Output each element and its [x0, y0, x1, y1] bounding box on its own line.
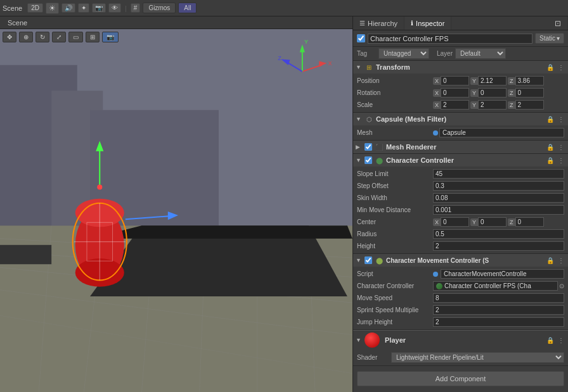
mesh-renderer-lock-btn[interactable]: 🔒 — [545, 144, 555, 151]
transform-lock-btn[interactable]: 🔒 — [545, 64, 555, 71]
camera-btn[interactable]: 📷 — [102, 32, 119, 42]
fx-toggle[interactable]: ✦ — [78, 3, 89, 13]
rot-x-label: X — [433, 89, 441, 97]
move-speed-label: Move Speed — [357, 294, 433, 301]
collapse-inspector[interactable]: ⊡ — [548, 16, 568, 30]
jump-height-input[interactable] — [433, 317, 564, 327]
move-tool[interactable]: ⊕ — [19, 32, 33, 42]
pos-y-input[interactable] — [478, 76, 507, 85]
gizmos-button[interactable]: Gizmos — [143, 3, 176, 13]
grid-toggle[interactable]: # — [131, 3, 141, 13]
pos-x-input[interactable] — [441, 76, 469, 85]
tag-layer-row: Tag Untagged Layer Default — [353, 47, 568, 61]
scene-view[interactable]: Scene — [0, 16, 352, 392]
tag-select[interactable]: Untagged — [378, 48, 429, 59]
cc-header[interactable]: ▼ ⬤ Character Controller 🔒 ⋮ — [353, 154, 568, 167]
scene-canvas[interactable]: X Y Z ✥ ⊕ ↻ ⤢ ▭ ⊞ 📷 — [0, 29, 352, 392]
player-more-btn[interactable]: ⋮ — [557, 337, 565, 344]
mesh-filter-header[interactable]: ▼ ⬡ Capsule (Mesh Filter) 🔒 ⋮ — [353, 113, 568, 125]
hidden-toggle[interactable]: 👁 — [108, 3, 121, 13]
cmc-more-btn[interactable]: ⋮ — [557, 257, 565, 264]
cc-ref-close[interactable]: ⊙ — [559, 282, 564, 289]
skin-width-input[interactable] — [433, 193, 564, 203]
scene-camera-toggle[interactable]: 📷 — [92, 3, 106, 13]
sprint-multiplier-input[interactable] — [433, 305, 564, 315]
cmc-lock-btn[interactable]: 🔒 — [545, 257, 555, 264]
height-input[interactable] — [433, 241, 564, 251]
height-row: Height — [353, 240, 568, 252]
layer-select[interactable]: Default — [455, 48, 506, 59]
center-y-label: Y — [470, 218, 478, 226]
scene-svg: X Y Z — [0, 29, 352, 392]
mesh-filter-more-btn[interactable]: ⋮ — [557, 116, 565, 123]
mesh-filter-arrow: ▼ — [356, 116, 362, 122]
inspector-body: Static ▾ Tag Untagged Layer Default ▼ — [353, 30, 568, 392]
mesh-value: Capsule — [433, 128, 564, 137]
scale-x-label: X — [433, 101, 441, 109]
min-move-row: Min Move Distance — [353, 204, 568, 216]
script-value: CharacterMovementControlle — [433, 269, 564, 279]
mesh-renderer-header[interactable]: ▶ ⬛ Mesh Renderer 🔒 ⋮ — [353, 141, 568, 153]
cmc-checkbox[interactable] — [365, 256, 372, 264]
cc-checkbox[interactable] — [365, 156, 372, 164]
rot-z-input[interactable] — [515, 88, 544, 98]
player-lock-btn[interactable]: 🔒 — [545, 337, 555, 344]
radius-input[interactable] — [433, 229, 564, 239]
object-active-checkbox[interactable] — [357, 34, 365, 42]
static-button[interactable]: Static ▾ — [535, 33, 564, 44]
min-move-input[interactable] — [433, 205, 564, 215]
step-offset-row: Step Offset — [353, 180, 568, 192]
cmc-header[interactable]: ▼ ⬤ Character Movement Controller (S 🔒 ⋮ — [353, 254, 568, 267]
transform-body: Position X Y Z — [353, 73, 568, 112]
hand-tool[interactable]: ✥ — [3, 32, 16, 42]
cc-lock-btn[interactable]: 🔒 — [545, 157, 555, 164]
object-name-input[interactable] — [368, 34, 532, 44]
center-y-input[interactable] — [478, 217, 507, 227]
step-offset-value — [433, 181, 564, 191]
2d-button[interactable]: 2D — [27, 3, 43, 13]
transform-header[interactable]: ▼ ⊞ Transform 🔒 ⋮ — [353, 61, 568, 73]
hierarchy-icon: ☰ — [359, 20, 365, 27]
move-speed-input[interactable] — [433, 293, 564, 303]
center-x-input[interactable] — [441, 217, 469, 227]
step-offset-input[interactable] — [433, 181, 564, 191]
pos-z-input[interactable] — [515, 76, 544, 85]
rot-y-input[interactable] — [478, 88, 507, 98]
main-toolbar: Scene 2D ☀ 🔊 ✦ 📷 👁 | # Gizmos All — [0, 0, 568, 16]
hierarchy-tab[interactable]: ☰ Hierarchy — [353, 16, 404, 30]
cc-more-btn[interactable]: ⋮ — [557, 157, 565, 164]
mesh-filter-component: ▼ ⬡ Capsule (Mesh Filter) 🔒 ⋮ Mesh Capsu… — [353, 113, 568, 141]
radius-label: Radius — [357, 231, 433, 237]
shader-row: Shader Lightweight Render Pipeline/Lit — [353, 351, 568, 364]
transform-more-btn[interactable]: ⋮ — [557, 64, 565, 71]
transform-tool[interactable]: ⊞ — [86, 32, 100, 42]
rotate-tool[interactable]: ↻ — [36, 32, 49, 42]
player-header[interactable]: ▼ Player 🔒 ⋮ — [353, 330, 568, 350]
scale-tool[interactable]: ⤢ — [52, 32, 66, 42]
rot-x-input[interactable] — [441, 88, 469, 98]
mesh-filter-lock-btn[interactable]: 🔒 — [545, 116, 555, 123]
scale-y-input[interactable] — [478, 100, 507, 110]
all-button[interactable]: All — [178, 3, 197, 13]
player-icon — [365, 332, 380, 348]
center-z-input[interactable] — [515, 217, 544, 227]
slope-limit-label: Slope Limit — [357, 170, 433, 177]
light-toggle[interactable]: ☀ — [46, 3, 59, 14]
audio-toggle[interactable]: 🔊 — [61, 3, 75, 13]
position-label: Position — [357, 77, 433, 84]
scale-z-input[interactable] — [515, 100, 544, 110]
rect-tool[interactable]: ▭ — [68, 32, 83, 42]
sprint-multiplier-label: Sprint Speed Multiplie — [357, 307, 433, 313]
add-component-button[interactable]: Add Component — [357, 371, 564, 386]
slope-limit-input[interactable] — [433, 169, 564, 179]
script-row: Script CharacterMovementControlle — [353, 268, 568, 280]
mesh-renderer-title: Mesh Renderer — [386, 143, 543, 151]
scale-x-input[interactable] — [441, 100, 469, 110]
inspector-tab[interactable]: ℹ Inspector — [404, 16, 451, 30]
height-label: Height — [357, 243, 433, 250]
mesh-row: Mesh Capsule — [353, 127, 568, 139]
shader-select[interactable]: Lightweight Render Pipeline/Lit — [391, 352, 564, 363]
scale-y-pair: Y — [470, 100, 507, 110]
mesh-renderer-checkbox[interactable] — [365, 143, 372, 151]
mesh-renderer-more-btn[interactable]: ⋮ — [557, 144, 565, 151]
